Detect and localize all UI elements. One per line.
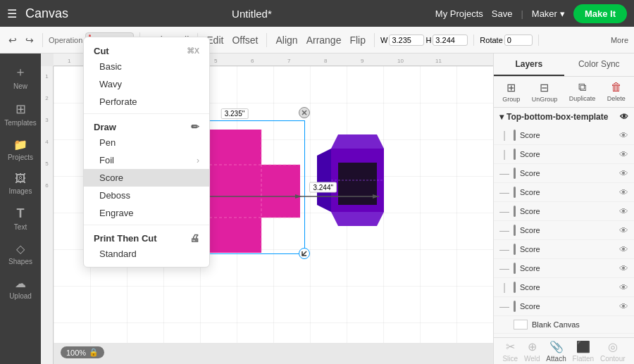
sidebar-item-projects[interactable]: 📁 Projects	[0, 134, 41, 165]
attach-button[interactable]: 📎 Attach	[546, 340, 566, 363]
deboss-label: Deboss	[99, 190, 130, 201]
eye-icon[interactable]: 👁	[619, 130, 628, 141]
hamburger-icon[interactable]: ☰	[7, 7, 17, 20]
more-button[interactable]: More	[611, 36, 628, 44]
delete-button[interactable]: 🗑 Delete	[607, 81, 626, 103]
make-it-button[interactable]: Make It	[573, 4, 627, 23]
slice-icon: ✂	[506, 340, 515, 353]
chevron-right-icon: ▾	[499, 112, 504, 122]
menu-divider-1	[84, 113, 209, 114]
cut-label: Cut	[94, 46, 109, 56]
eye-icon[interactable]: 👁	[619, 149, 628, 160]
size-group: W H	[380, 34, 474, 46]
tab-color-sync[interactable]: Color Sync	[564, 54, 635, 76]
eye-icon[interactable]: 👁	[619, 168, 628, 179]
arrow-score-2	[302, 186, 386, 207]
eye-icon-group[interactable]: 👁	[620, 112, 628, 122]
layer-color-bar	[514, 282, 516, 293]
sidebar-item-new[interactable]: ＋ New	[0, 59, 41, 94]
svg-marker-18	[331, 212, 384, 226]
standard-label: Standard	[99, 249, 137, 259]
group-name: Top-bottom-box-template	[506, 112, 608, 122]
layer-color-bar	[514, 168, 516, 179]
eye-icon[interactable]: 👁	[619, 263, 628, 274]
sidebar-item-upload[interactable]: ☁ Upload	[0, 272, 41, 304]
menu-item-basic[interactable]: Basic	[84, 58, 209, 75]
my-projects-button[interactable]: My Projects	[435, 8, 483, 19]
sidebar-label-templates: Templates	[4, 119, 37, 127]
rotate-label: Rotate	[480, 36, 502, 44]
align-group: Align Arrange Flip	[273, 33, 375, 47]
print-then-cut-section-label: Print Then Cut 🖨	[84, 228, 209, 245]
basic-label: Basic	[99, 61, 122, 72]
handle-top-right[interactable]	[299, 107, 310, 118]
menu-item-wavy[interactable]: Wavy	[84, 75, 209, 93]
cut-shortcut: ⌘X	[187, 46, 199, 56]
list-item: — Score 👁	[494, 259, 634, 278]
eye-icon[interactable]: 👁	[619, 187, 628, 198]
sidebar-item-images[interactable]: 🖼 Images	[0, 168, 41, 199]
perforate-label: Perforate	[99, 96, 137, 107]
engrave-label: Engrave	[99, 208, 133, 218]
menu-item-deboss[interactable]: Deboss	[84, 187, 209, 204]
list-item: — Score 👁	[494, 240, 634, 259]
tab-layers[interactable]: Layers	[494, 54, 564, 76]
sidebar-item-templates[interactable]: ⊞ Templates	[0, 97, 41, 131]
size-input-h[interactable]	[433, 34, 468, 46]
text-icon: T	[17, 206, 25, 221]
align-button[interactable]: Align	[273, 33, 300, 47]
divider: |	[521, 8, 523, 19]
zoom-value: 100%	[66, 349, 86, 357]
eye-icon[interactable]: 👁	[619, 206, 628, 217]
upload-icon: ☁	[15, 277, 26, 290]
offset-button[interactable]: Offset	[229, 33, 261, 47]
list-item: — Score 👁	[494, 221, 634, 240]
eye-icon[interactable]: 👁	[619, 301, 628, 312]
menu-item-pen[interactable]: Pen	[84, 134, 209, 151]
contour-button[interactable]: ◎ Contour	[600, 340, 626, 363]
group-button[interactable]: ⊞ Group	[502, 81, 520, 103]
redo-button[interactable]: ↪	[23, 33, 37, 47]
save-button[interactable]: Save	[492, 8, 513, 19]
list-item: — Score 👁	[494, 297, 634, 316]
panel-bottom-bar: ✂ Slice ⊕ Weld 📎 Attach ⬛ Flatten ◎ Cont…	[494, 337, 634, 364]
weld-button[interactable]: ⊕ Weld	[524, 340, 540, 363]
eye-icon[interactable]: 👁	[619, 282, 628, 293]
projects-icon: 📁	[13, 138, 27, 151]
menu-item-engrave[interactable]: Engrave	[84, 204, 209, 222]
delete-label: Delete	[607, 95, 626, 102]
menu-item-perforate[interactable]: Perforate	[84, 93, 209, 111]
rotate-input[interactable]	[504, 34, 533, 46]
flatten-button[interactable]: ⬛ Flatten	[573, 340, 595, 363]
undo-button[interactable]: ↩	[6, 33, 20, 47]
sidebar-item-shapes[interactable]: ◇ Shapes	[0, 238, 41, 270]
panel-tabs: Layers Color Sync	[494, 54, 634, 77]
duplicate-icon: ⧉	[578, 81, 586, 94]
slice-button[interactable]: ✂ Slice	[502, 340, 518, 363]
sidebar-item-text[interactable]: T Text	[0, 202, 41, 235]
zoom-icon: 🔒	[89, 348, 99, 357]
sidebar-label-upload: Upload	[9, 292, 32, 300]
blank-canvas-item: Blank Canvas	[494, 316, 634, 334]
group-label: Group	[502, 96, 520, 103]
duplicate-button[interactable]: ⧉ Duplicate	[569, 81, 596, 103]
eye-icon[interactable]: 👁	[619, 225, 628, 236]
flip-button[interactable]: Flip	[347, 33, 368, 47]
weld-icon: ⊕	[528, 340, 537, 353]
menu-item-standard[interactable]: Standard	[84, 245, 209, 263]
menu-item-score[interactable]: Score	[84, 169, 209, 187]
menu-item-foil[interactable]: Foil ›	[84, 151, 209, 169]
operation-label: Operation	[49, 36, 82, 44]
handle-bottom-right[interactable]	[299, 248, 310, 259]
print-icon: 🖨	[189, 232, 199, 244]
draw-label: Draw	[94, 122, 116, 132]
layer-color-bar	[514, 187, 516, 198]
svg-marker-17	[331, 134, 384, 149]
maker-dropdown[interactable]: Maker ▾	[532, 8, 565, 19]
eye-icon[interactable]: 👁	[619, 244, 628, 255]
ungroup-button[interactable]: ⊟ UnGroup	[532, 81, 558, 103]
layers-group-title[interactable]: ▾ Top-bottom-box-template 👁	[494, 108, 634, 126]
arrange-button[interactable]: Arrange	[304, 33, 344, 47]
top-nav: ☰ Canvas Untitled* My Projects Save | Ma…	[0, 0, 634, 27]
size-input-w[interactable]	[389, 34, 424, 46]
